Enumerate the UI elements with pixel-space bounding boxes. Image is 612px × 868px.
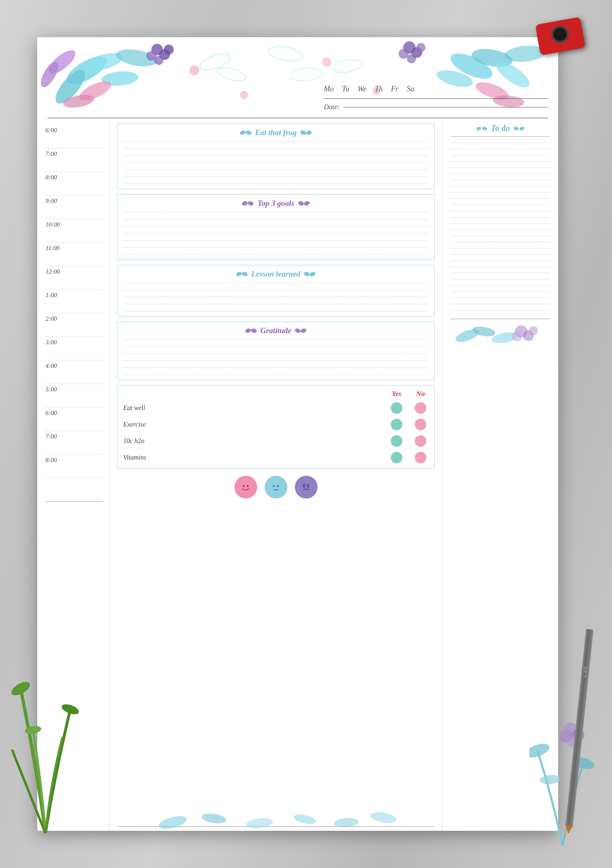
svg-point-36 <box>189 65 199 75</box>
eat-well-yes-circle[interactable] <box>391 402 402 414</box>
time-label: 2:00 <box>45 315 57 322</box>
todo-section: To do <box>451 124 550 137</box>
time-label: 1:00 <box>45 292 57 299</box>
svg-point-54 <box>241 271 248 277</box>
svg-point-69 <box>299 480 313 494</box>
svg-point-46 <box>245 130 252 136</box>
water-no-circle[interactable] <box>415 435 426 447</box>
exercise-yes-circle[interactable] <box>391 419 402 430</box>
days-row: Mo Tu We Th Fr Sa <box>324 85 548 93</box>
lesson-label: Lesson learned <box>251 269 301 279</box>
habit-name-eat-well: Eat well <box>123 404 391 412</box>
svg-point-63 <box>247 485 249 487</box>
eat-frog-title: Eat that frog <box>123 128 428 137</box>
time-slot-800b: 8:00 <box>45 455 103 478</box>
svg-point-5 <box>539 774 561 785</box>
time-label: 7:00 <box>45 150 57 157</box>
svg-point-84 <box>201 812 227 825</box>
gratitude-label: Gratitude <box>261 326 292 335</box>
habit-tracker: Yes No Eat well Exercise <box>117 385 435 469</box>
planner-page: Mo Tu We Th Fr Sa Date: 6:00 7:00 8:00 <box>37 37 558 831</box>
svg-point-28 <box>416 43 426 52</box>
mood-sad[interactable] <box>295 476 318 498</box>
day-th: Th <box>375 85 382 93</box>
top-separator-line <box>48 118 548 118</box>
svg-point-57 <box>245 328 251 334</box>
eat-frog-label: Eat that frog <box>255 128 296 137</box>
yes-label: Yes <box>391 390 402 398</box>
svg-point-86 <box>293 813 317 825</box>
time-slot-300: 3:00 <box>45 337 103 360</box>
plant-right <box>529 689 595 847</box>
svg-point-41 <box>267 44 304 63</box>
time-slot-400: 4:00 <box>45 360 103 384</box>
time-label: 10:00 <box>45 221 60 228</box>
svg-point-48 <box>306 130 312 136</box>
mood-section <box>117 474 435 503</box>
svg-point-58 <box>250 328 257 334</box>
habit-row-eat-well: Eat well <box>123 402 428 414</box>
time-slot-600b: 6:00 <box>45 408 103 431</box>
svg-point-59 <box>294 328 301 334</box>
svg-point-40 <box>198 51 232 73</box>
time-slot-100: 1:00 <box>45 290 103 313</box>
svg-point-27 <box>407 54 416 63</box>
svg-point-23 <box>164 45 174 55</box>
time-slot-700: 7:00 <box>45 148 103 172</box>
top3-goals-section: Top 3 goals <box>117 194 435 260</box>
day-mo: Mo <box>324 85 334 93</box>
svg-point-65 <box>248 488 250 490</box>
svg-point-72 <box>476 126 482 131</box>
time-slot-1000: 10:00 <box>45 219 103 243</box>
svg-point-44 <box>289 67 323 82</box>
time-label: 7:00 <box>45 433 57 440</box>
svg-point-71 <box>307 485 309 487</box>
eat-well-no-circle[interactable] <box>415 402 426 414</box>
time-label: 11:00 <box>45 245 60 252</box>
vitamins-yes-circle[interactable] <box>391 452 402 463</box>
svg-point-26 <box>399 49 409 59</box>
days-header: Mo Tu We Th Fr Sa Date: <box>324 85 548 111</box>
content-area: 6:00 7:00 8:00 9:00 10:00 11:00 12:00 1:… <box>37 119 558 831</box>
habit-row-water: 10c h2o <box>123 435 428 447</box>
svg-point-51 <box>298 200 304 206</box>
gratitude-section: Gratitude <box>117 322 435 380</box>
svg-point-45 <box>239 130 246 136</box>
svg-point-64 <box>241 488 244 490</box>
svg-point-68 <box>277 485 279 487</box>
day-we: We <box>358 85 366 93</box>
habit-row-exercise: Exercise <box>123 419 428 430</box>
svg-point-85 <box>245 817 274 830</box>
mood-neutral[interactable] <box>265 476 287 498</box>
date-label: Date: <box>324 103 340 111</box>
time-slot-500: 5:00 <box>45 384 103 408</box>
time-slot-1100: 11:00 <box>45 243 103 266</box>
todo-title: To do <box>451 124 550 133</box>
svg-point-62 <box>243 485 245 487</box>
time-slot-1200: 12:00 <box>45 266 103 290</box>
time-slot-800: 8:00 <box>45 172 103 196</box>
svg-point-75 <box>519 126 525 131</box>
top3-title: Top 3 goals <box>123 199 428 208</box>
eat-that-frog-section: Eat that frog <box>117 124 435 189</box>
time-slot-200: 2:00 <box>45 313 103 337</box>
time-slot-700b: 7:00 <box>45 431 103 455</box>
svg-point-60 <box>300 328 307 334</box>
mood-happy[interactable] <box>234 476 257 498</box>
time-label: 5:00 <box>45 386 57 393</box>
plant-left <box>4 606 87 835</box>
vitamins-no-circle[interactable] <box>415 452 426 463</box>
lesson-title: Lesson learned <box>123 269 428 279</box>
svg-point-67 <box>273 485 275 487</box>
day-sa: Sa <box>406 85 414 93</box>
svg-point-43 <box>216 65 247 83</box>
water-yes-circle[interactable] <box>391 435 402 447</box>
exercise-no-circle[interactable] <box>415 419 426 430</box>
gratitude-title: Gratitude <box>123 326 428 335</box>
time-label: 12:00 <box>45 268 60 275</box>
habit-row-vitamins: Vitamins <box>123 452 428 463</box>
time-label: 6:00 <box>45 410 57 417</box>
time-label: 4:00 <box>45 362 57 370</box>
svg-point-88 <box>370 811 397 825</box>
time-label: 3:00 <box>45 339 57 346</box>
